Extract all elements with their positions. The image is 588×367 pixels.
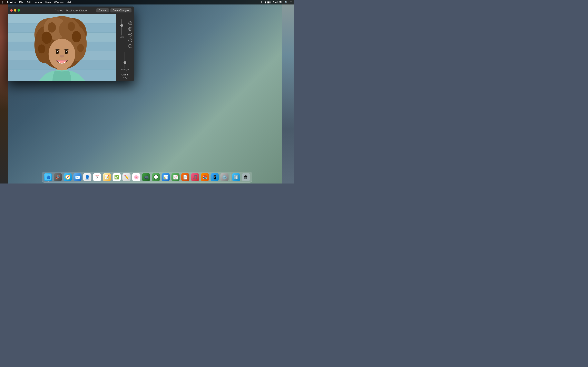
svg-point-25 xyxy=(57,51,58,52)
window-title: Photos – Pixelmator Distort xyxy=(55,9,87,12)
pinch-tool-icon[interactable] xyxy=(128,21,133,26)
titlebar-buttons: Cancel Save Changes xyxy=(96,8,131,12)
dock-item-preferences[interactable]: ⚙️ xyxy=(220,173,229,182)
svg-text:🔵: 🔵 xyxy=(47,175,51,179)
dock-item-books[interactable]: 📚 xyxy=(200,173,209,182)
downloads-icon: ⬇️ xyxy=(232,173,240,181)
svg-point-17 xyxy=(72,31,81,42)
control-center-icon[interactable]: ☰ xyxy=(290,1,292,4)
dock-item-safari[interactable]: 🧭 xyxy=(63,173,72,182)
svg-point-36 xyxy=(129,44,132,48)
apple-menu[interactable]:  xyxy=(2,1,3,4)
menubar-photos[interactable]: Photos xyxy=(7,1,16,4)
books-icon: 📚 xyxy=(201,173,209,181)
strength-slider-track[interactable] xyxy=(125,52,125,68)
svg-point-24 xyxy=(65,50,68,54)
dock-item-mail[interactable]: ✉️ xyxy=(73,173,82,182)
dock-item-contacts[interactable]: 👤 xyxy=(83,173,92,182)
svg-point-23 xyxy=(56,50,59,54)
svg-point-26 xyxy=(66,51,67,52)
size-label: Size xyxy=(120,36,123,38)
twirl-cw-icon[interactable] xyxy=(128,32,133,37)
menubar-image[interactable]: Image xyxy=(35,1,42,4)
dock-item-keynote[interactable]: 📊 xyxy=(161,173,170,182)
svg-point-31 xyxy=(129,27,132,31)
strength-slider-thumb[interactable] xyxy=(123,61,126,64)
preferences-icon: ⚙️ xyxy=(221,173,229,181)
svg-point-18 xyxy=(48,22,56,33)
click-drag-text: Click & drag xyxy=(118,73,132,79)
strength-slider-container: Strength xyxy=(116,52,134,71)
numbers-icon: 📈 xyxy=(172,173,180,181)
menubar-window[interactable]: Window xyxy=(54,1,63,4)
menubar-help[interactable]: Help xyxy=(67,1,72,4)
dock-item-photos[interactable]: 🌸 xyxy=(132,173,141,182)
menubar-file[interactable]: File xyxy=(19,1,24,4)
strength-label: Strength xyxy=(121,68,129,71)
tool-icons-group xyxy=(128,19,133,49)
dock-item-numbers[interactable]: 📈 xyxy=(171,173,180,182)
svg-point-16 xyxy=(42,32,52,44)
dock-item-trash[interactable]: 🗑 xyxy=(242,173,251,182)
finder-icon: 🔵 xyxy=(44,173,52,181)
contacts-icon: 👤 xyxy=(83,173,91,181)
trash-icon: 🗑 xyxy=(242,173,250,181)
dock-item-facetime[interactable]: 📹 xyxy=(142,173,151,182)
close-button[interactable] xyxy=(10,9,13,12)
minimize-button[interactable] xyxy=(14,9,16,12)
over-areas-text: over areas todistort. xyxy=(118,80,132,81)
titlebar: Photos – Pixelmator Distort Cancel Save … xyxy=(8,7,134,14)
dock-item-finder[interactable]: 🔵 xyxy=(44,173,53,182)
dock-item-music[interactable]: 🎵 xyxy=(191,173,200,182)
app-window: Photos – Pixelmator Distort Cancel Save … xyxy=(8,7,134,81)
svg-point-21 xyxy=(77,44,84,52)
twirl-ccw-icon[interactable] xyxy=(128,38,133,43)
menubar-left:  Photos File Edit Image View Window Hel… xyxy=(2,1,72,4)
launchpad-icon: 🚀 xyxy=(54,173,62,181)
dock-item-launchpad[interactable]: 🚀 xyxy=(53,173,62,182)
messages-icon: 💬 xyxy=(152,173,160,181)
cancel-button[interactable]: Cancel xyxy=(96,8,109,12)
svg-point-22 xyxy=(49,39,75,69)
size-slider-track[interactable] xyxy=(121,19,122,35)
freeform-icon: ✏️ xyxy=(122,173,131,181)
warp-tool-icon[interactable] xyxy=(128,26,133,31)
dock-item-freeform[interactable]: ✏️ xyxy=(122,173,131,182)
svg-point-20 xyxy=(38,44,45,53)
dock-item-downloads[interactable]: ⬇️ xyxy=(232,173,241,182)
facetime-icon: 📹 xyxy=(142,173,150,181)
dock-item-calendar[interactable]: SEP 7 xyxy=(93,173,102,182)
maximize-button[interactable] xyxy=(17,9,20,12)
menubar:  Photos File Edit Image View Window Hel… xyxy=(0,0,294,4)
search-icon[interactable]: 🔍 xyxy=(285,1,288,4)
photo-area[interactable] xyxy=(8,14,116,81)
window-body: Size xyxy=(8,14,134,81)
dock-item-pages[interactable]: 📄 xyxy=(181,173,190,182)
size-slider-thumb[interactable] xyxy=(120,24,123,27)
svg-point-35 xyxy=(129,39,132,42)
menubar-right: ⊗ ▮▮▮▮ 9:41 AM 🔍 ☰ xyxy=(260,1,292,4)
pucker-tool-icon[interactable] xyxy=(128,44,133,49)
battery-icon: ▮▮▮▮ xyxy=(265,1,271,4)
svg-point-19 xyxy=(68,22,75,31)
dock-item-messages[interactable]: 💬 xyxy=(151,173,160,182)
safari-icon: 🧭 xyxy=(64,173,72,181)
dock-item-appstore[interactable]: 📱 xyxy=(210,173,219,182)
save-changes-button[interactable]: Save Changes xyxy=(111,8,131,12)
svg-point-33 xyxy=(130,29,131,29)
dock-item-notes[interactable]: 📝 xyxy=(103,173,112,182)
menubar-view[interactable]: View xyxy=(45,1,51,4)
pages-icon: 📄 xyxy=(181,173,190,181)
sidebar: Size xyxy=(116,14,134,81)
dock: 🔵 🚀 🧭 ✉️ 👤 SEP 7 📝 ✅ ✏️ 🌸 📹 xyxy=(42,172,252,183)
dock-item-reminders[interactable]: ✅ xyxy=(112,173,121,182)
music-icon: 🎵 xyxy=(191,173,199,181)
appstore-icon: 📱 xyxy=(211,173,219,181)
size-slider-container: Size xyxy=(116,17,134,49)
svg-point-27 xyxy=(60,55,64,58)
clock: 9:41 AM xyxy=(273,1,282,4)
wifi-icon: ⊗ xyxy=(260,1,263,4)
dock-divider xyxy=(230,174,231,181)
menubar-edit[interactable]: Edit xyxy=(27,1,31,4)
finder-dot xyxy=(48,181,49,182)
